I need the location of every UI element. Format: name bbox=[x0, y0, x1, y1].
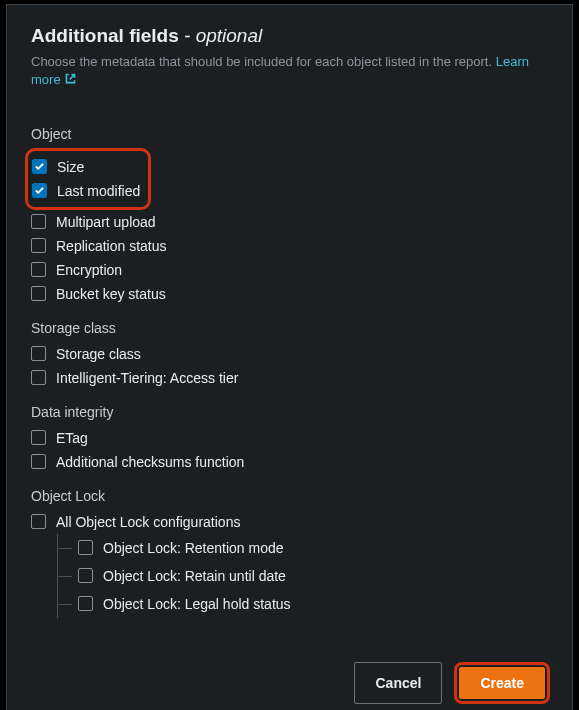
panel-header: Additional fields - optional Choose the … bbox=[7, 5, 572, 102]
checkbox-retention-mode[interactable] bbox=[78, 540, 93, 555]
checkbox-label: Size bbox=[57, 159, 84, 175]
checkbox-row-replication[interactable]: Replication status bbox=[31, 234, 548, 258]
checkbox-label: Bucket key status bbox=[56, 286, 166, 302]
checkbox-label: Object Lock: Legal hold status bbox=[103, 596, 291, 612]
checkbox-row-multipart[interactable]: Multipart upload bbox=[31, 210, 548, 234]
checkbox-row-checksums[interactable]: Additional checksums function bbox=[31, 450, 548, 474]
checkbox-row-bucket-key[interactable]: Bucket key status bbox=[31, 282, 548, 306]
highlight-size-lastmodified: Size Last modified bbox=[25, 148, 151, 210]
checkbox-storage-class[interactable] bbox=[31, 346, 46, 361]
checkbox-last-modified[interactable] bbox=[32, 183, 47, 198]
group-label-object-lock: Object Lock bbox=[31, 488, 548, 504]
checkbox-label: Object Lock: Retain until date bbox=[103, 568, 286, 584]
checkbox-row-storage-class[interactable]: Storage class bbox=[31, 342, 548, 366]
highlight-create-button: Create bbox=[454, 662, 550, 704]
checkbox-encryption[interactable] bbox=[31, 262, 46, 277]
checkbox-row-all-object-lock[interactable]: All Object Lock configurations bbox=[31, 510, 548, 534]
checkbox-row-size[interactable]: Size bbox=[32, 155, 140, 179]
checkbox-label: Intelligent-Tiering: Access tier bbox=[56, 370, 238, 386]
create-button[interactable]: Create bbox=[459, 667, 545, 699]
checkbox-size[interactable] bbox=[32, 159, 47, 174]
panel-footer: Cancel Create bbox=[7, 642, 572, 710]
description-text: Choose the metadata that should be inclu… bbox=[31, 54, 496, 69]
checkbox-retain-until[interactable] bbox=[78, 568, 93, 583]
checkbox-multipart[interactable] bbox=[31, 214, 46, 229]
checkbox-row-encryption[interactable]: Encryption bbox=[31, 258, 548, 282]
checkbox-label: Replication status bbox=[56, 238, 167, 254]
group-label-object: Object bbox=[31, 126, 548, 142]
checkbox-row-legal-hold[interactable]: Object Lock: Legal hold status bbox=[58, 590, 548, 618]
panel-title: Additional fields - optional bbox=[31, 25, 548, 47]
checkbox-row-etag[interactable]: ETag bbox=[31, 426, 548, 450]
external-link-icon bbox=[64, 72, 77, 90]
checkbox-legal-hold[interactable] bbox=[78, 596, 93, 611]
cancel-button[interactable]: Cancel bbox=[354, 662, 442, 704]
checkbox-intelligent-tiering[interactable] bbox=[31, 370, 46, 385]
panel-description: Choose the metadata that should be inclu… bbox=[31, 53, 548, 90]
checkbox-etag[interactable] bbox=[31, 430, 46, 445]
checkbox-row-retain-until[interactable]: Object Lock: Retain until date bbox=[58, 562, 548, 590]
checkbox-label: Storage class bbox=[56, 346, 141, 362]
checkbox-row-retention-mode[interactable]: Object Lock: Retention mode bbox=[58, 534, 548, 562]
checkbox-label: Encryption bbox=[56, 262, 122, 278]
checkbox-replication[interactable] bbox=[31, 238, 46, 253]
title-text: Additional fields bbox=[31, 25, 179, 46]
checkbox-label: Additional checksums function bbox=[56, 454, 244, 470]
group-label-data-integrity: Data integrity bbox=[31, 404, 548, 420]
checkbox-label: Last modified bbox=[57, 183, 140, 199]
checkbox-label: All Object Lock configurations bbox=[56, 514, 240, 530]
group-label-storage-class: Storage class bbox=[31, 320, 548, 336]
checkbox-all-object-lock[interactable] bbox=[31, 514, 46, 529]
additional-fields-panel: Additional fields - optional Choose the … bbox=[6, 4, 573, 710]
title-suffix: - optional bbox=[184, 25, 262, 46]
checkbox-label: Multipart upload bbox=[56, 214, 156, 230]
checkbox-label: Object Lock: Retention mode bbox=[103, 540, 284, 556]
checkbox-checksums[interactable] bbox=[31, 454, 46, 469]
panel-body: Object Size Last modified Multipart uplo… bbox=[7, 102, 572, 642]
checkbox-row-intelligent-tiering[interactable]: Intelligent-Tiering: Access tier bbox=[31, 366, 548, 390]
checkbox-bucket-key[interactable] bbox=[31, 286, 46, 301]
checkbox-label: ETag bbox=[56, 430, 88, 446]
checkbox-row-last-modified[interactable]: Last modified bbox=[32, 179, 140, 203]
object-lock-nested: Object Lock: Retention mode Object Lock:… bbox=[57, 534, 548, 618]
